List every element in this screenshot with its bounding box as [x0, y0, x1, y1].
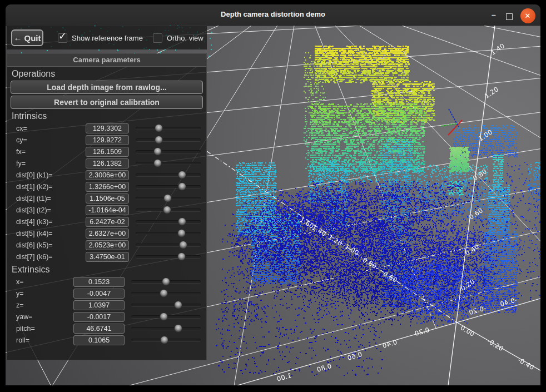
param-label: y=	[7, 290, 73, 297]
param-row: fy=126.1382	[7, 157, 206, 169]
param-value-field[interactable]: 129.9272	[86, 135, 129, 145]
param-slider[interactable]	[136, 217, 201, 226]
close-button[interactable]: ✕	[519, 4, 536, 26]
panel-title[interactable]: Camera parameters	[7, 54, 206, 67]
camera-parameters-panel: Camera parameters Operations Load depth …	[7, 53, 207, 360]
param-slider[interactable]	[136, 171, 201, 179]
param-slider[interactable]	[136, 229, 201, 237]
param-row: dist[1] (k2)=1.3266e+00	[7, 181, 206, 192]
quit-button[interactable]: ← Quit	[11, 29, 43, 46]
param-slider[interactable]	[131, 301, 201, 309]
param-slider[interactable]	[131, 277, 201, 286]
slider-track[interactable]	[136, 150, 201, 153]
maximize-button[interactable]	[503, 4, 516, 26]
param-slider[interactable]	[136, 194, 201, 202]
slider-knob[interactable]	[163, 194, 172, 202]
param-value-field[interactable]: -0.0047	[73, 289, 125, 299]
3d-viewport[interactable]: 1.401.201.000.800.600.400.201.601.401.20…	[6, 26, 540, 385]
slider-knob[interactable]	[178, 217, 186, 226]
slider-knob[interactable]	[160, 289, 168, 297]
slider-track[interactable]	[131, 327, 201, 330]
param-row: dist[0] (k1)=2.3006e+00	[7, 169, 206, 181]
param-row: dist[4] (k3)=6.2427e-02	[7, 216, 206, 227]
slider-track[interactable]	[136, 162, 201, 165]
param-value-field[interactable]: -1.0164e-04	[86, 205, 129, 215]
slider-track[interactable]	[136, 138, 201, 141]
param-row: fx=126.1509	[7, 146, 206, 157]
maximize-icon	[506, 13, 513, 20]
slider-knob[interactable]	[177, 252, 186, 261]
slider-knob[interactable]	[153, 159, 162, 167]
slider-knob[interactable]	[179, 241, 187, 249]
param-slider[interactable]	[131, 336, 201, 344]
back-arrow-icon: ←	[14, 33, 22, 42]
slider-knob[interactable]	[163, 206, 171, 214]
slider-knob[interactable]	[162, 277, 170, 286]
param-value-field[interactable]: 126.1382	[86, 158, 129, 168]
param-label: dist[1] (k2)=	[7, 183, 86, 191]
param-value-field[interactable]: 6.2427e-02	[86, 217, 129, 227]
param-value-field[interactable]: 2.0523e+00	[86, 240, 129, 250]
param-value-field[interactable]: 2.6327e+00	[86, 229, 129, 239]
param-row: cy=129.9272	[7, 134, 206, 146]
param-row: dist[6] (k5)=2.0523e+00	[7, 239, 206, 251]
slider-track[interactable]	[136, 173, 201, 176]
param-value-field[interactable]: 129.3302	[86, 123, 129, 133]
param-row: dist[5] (k4)=2.6327e+00	[7, 227, 206, 239]
quit-button-label: Quit	[24, 33, 41, 43]
param-value-field[interactable]: 0.1523	[73, 277, 125, 287]
param-label: roll=	[7, 336, 73, 344]
slider-track[interactable]	[136, 244, 201, 246]
param-row: cx=129.3302	[7, 122, 206, 134]
param-slider[interactable]	[136, 124, 201, 132]
slider-track[interactable]	[136, 185, 201, 188]
slider-track[interactable]	[136, 127, 201, 130]
slider-knob[interactable]	[155, 124, 163, 132]
slider-track[interactable]	[136, 232, 201, 235]
param-value-field[interactable]: -0.0017	[73, 312, 125, 322]
param-slider[interactable]	[136, 147, 201, 156]
param-row: x=0.1523	[7, 276, 206, 287]
slider-track[interactable]	[136, 220, 201, 223]
param-value-field[interactable]: 1.3266e+00	[86, 182, 129, 192]
ortho-view-checkbox[interactable]: ✓	[153, 33, 162, 43]
param-value-field[interactable]: 2.3006e+00	[86, 170, 129, 180]
slider-knob[interactable]	[153, 147, 162, 156]
param-value-field[interactable]: 126.1509	[86, 147, 129, 157]
param-slider[interactable]	[136, 136, 201, 144]
param-slider[interactable]	[136, 252, 201, 261]
param-slider[interactable]	[136, 182, 201, 191]
slider-knob[interactable]	[160, 336, 168, 344]
param-value-field[interactable]: 46.6741	[73, 324, 125, 334]
slider-track[interactable]	[131, 304, 201, 306]
param-value-field[interactable]: 3.4750e-01	[86, 252, 129, 262]
param-slider[interactable]	[136, 159, 201, 167]
load-depth-image-button[interactable]: Load depth image from rawlog...	[11, 81, 203, 94]
param-slider[interactable]	[136, 241, 201, 249]
param-slider[interactable]	[131, 324, 201, 333]
slider-knob[interactable]	[174, 301, 182, 309]
param-value-field[interactable]: 1.0397	[73, 300, 125, 310]
param-label: dist[0] (k1)=	[7, 171, 86, 179]
slider-knob[interactable]	[177, 229, 186, 237]
param-value-field[interactable]: 1.1506e-05	[86, 193, 129, 204]
show-reference-frame-checkbox[interactable]: ✓	[58, 33, 67, 43]
param-label: dist[4] (k3)=	[7, 218, 86, 226]
slider-track[interactable]	[136, 255, 201, 258]
param-slider[interactable]	[131, 289, 201, 297]
ortho-view-group: ✓ Ortho. view	[153, 33, 203, 43]
show-reference-frame-group: ✓ Show reference frame	[58, 33, 143, 43]
close-icon: ✕	[520, 8, 535, 23]
window-title: Depth camera distortion demo	[6, 10, 540, 18]
param-value-field[interactable]: 0.1065	[73, 335, 125, 345]
slider-knob[interactable]	[178, 182, 186, 191]
slider-knob[interactable]	[160, 312, 168, 321]
slider-knob[interactable]	[155, 136, 163, 144]
slider-knob[interactable]	[174, 324, 182, 333]
slider-knob[interactable]	[178, 171, 186, 179]
title-bar[interactable]: Depth camera distortion demo – ✕	[6, 4, 540, 26]
revert-calibration-button[interactable]: Revert to original calibration	[11, 96, 203, 109]
param-slider[interactable]	[131, 312, 201, 321]
param-slider[interactable]	[136, 206, 201, 214]
minimize-button[interactable]: –	[487, 4, 500, 26]
